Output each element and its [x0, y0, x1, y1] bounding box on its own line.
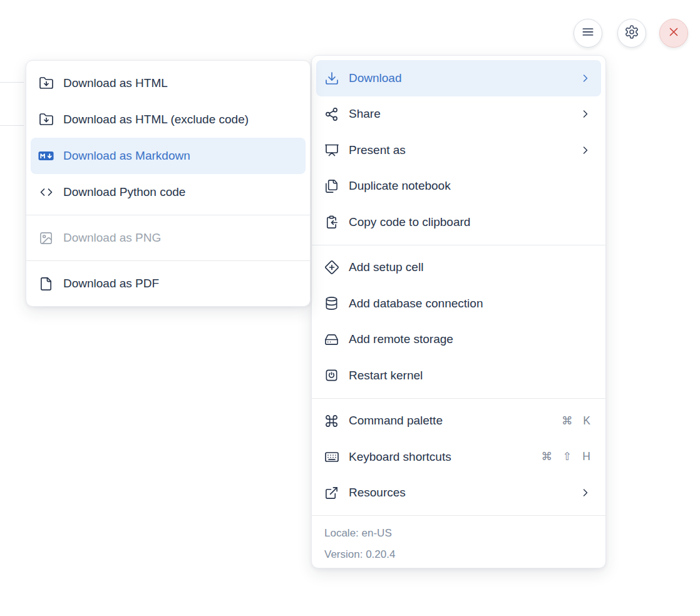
menu-item-label: Download: [349, 71, 402, 85]
image-icon: [38, 230, 54, 246]
menu-item-add-setup-cell[interactable]: Add setup cell: [316, 250, 601, 286]
notebook-menu-panel: Download Share Present as: [311, 55, 606, 568]
page-divider-line: [0, 125, 24, 126]
notebook-menu-button[interactable]: [574, 19, 602, 48]
menu-group: Command palette ⌘ K Keyboard shortcuts ⌘…: [312, 399, 605, 516]
chevron-right-icon: [579, 108, 592, 120]
menu-item-label: Duplicate notebook: [349, 179, 451, 193]
submenu-item-download-python-code[interactable]: Download Python code: [31, 174, 306, 210]
folder-down-icon: [38, 112, 54, 128]
menu-item-present-as[interactable]: Present as: [316, 132, 601, 168]
markdown-icon: [38, 148, 54, 164]
settings-button[interactable]: [617, 19, 646, 48]
close-icon: [666, 24, 681, 42]
menu-item-restart-kernel[interactable]: Restart kernel: [316, 357, 601, 394]
menu-item-add-database-connection[interactable]: Add database connection: [316, 285, 601, 322]
gear-icon: [624, 24, 639, 42]
menu-item-label: Download as HTML (exclude code): [63, 113, 249, 126]
menu-item-label: Download as PDF: [63, 277, 159, 290]
menu-group: Download as HTML Download as HTML (exclu…: [26, 61, 310, 215]
database-icon: [324, 295, 339, 311]
menu-item-label: Resources: [349, 486, 406, 500]
menu-footer: Locale: en-US Version: 0.20.4: [312, 516, 605, 565]
menu-item-label: Add remote storage: [349, 332, 453, 346]
menu-item-download[interactable]: Download: [316, 60, 601, 96]
share-icon: [324, 106, 339, 122]
menu-group: Download as PDF: [26, 261, 310, 306]
command-icon: [324, 413, 339, 429]
menu-item-label: Download as PNG: [63, 231, 161, 245]
download-submenu-panel: Download as HTML Download as HTML (exclu…: [26, 60, 311, 307]
hamburger-icon: [580, 24, 596, 43]
menu-item-label: Command palette: [349, 414, 443, 428]
menu-group: Download Share Present as: [312, 56, 605, 245]
chevron-right-icon: [579, 72, 592, 85]
download-icon: [324, 70, 339, 86]
menu-item-command-palette[interactable]: Command palette ⌘ K: [316, 403, 601, 439]
power-icon: [324, 367, 339, 383]
menu-group: Add setup cell Add database connection A…: [312, 245, 605, 398]
shortcut-hint: ⌘ K: [562, 414, 592, 428]
diamond-plus-icon: [324, 260, 339, 275]
submenu-item-download-pdf[interactable]: Download as PDF: [31, 265, 306, 302]
menu-item-label: Download as Markdown: [63, 149, 190, 163]
menu-item-label: Restart kernel: [349, 369, 423, 382]
chevron-right-icon: [579, 486, 592, 499]
menu-item-add-remote-storage[interactable]: Add remote storage: [316, 322, 601, 358]
presentation-icon: [324, 142, 339, 158]
files-icon: [324, 178, 339, 194]
folder-down-icon: [38, 76, 54, 91]
clipboard-arrow-icon: [324, 214, 339, 230]
menu-item-keyboard-shortcuts[interactable]: Keyboard shortcuts ⌘ ⇧ H: [316, 439, 601, 475]
menu-item-resources[interactable]: Resources: [316, 475, 601, 511]
menu-item-duplicate-notebook[interactable]: Duplicate notebook: [316, 168, 601, 205]
shutdown-button[interactable]: [659, 19, 688, 48]
submenu-item-download-html[interactable]: Download as HTML: [31, 65, 306, 101]
code-icon: [38, 185, 54, 200]
menu-item-label: Present as: [349, 143, 406, 157]
keyboard-icon: [324, 449, 339, 465]
file-icon: [38, 276, 54, 292]
hard-drive-icon: [324, 332, 339, 347]
menu-item-label: Download Python code: [63, 185, 185, 199]
chevron-right-icon: [579, 144, 592, 157]
menu-group: Download as PNG: [26, 215, 310, 260]
submenu-item-download-markdown[interactable]: Download as Markdown: [31, 138, 306, 174]
menu-item-label: Add setup cell: [349, 260, 423, 274]
menu-item-label: Download as HTML: [63, 76, 168, 90]
page-divider-line: [0, 82, 24, 83]
menu-item-share[interactable]: Share: [316, 96, 601, 133]
locale-text: Locale: en-US: [324, 523, 593, 544]
submenu-item-download-png[interactable]: Download as PNG: [31, 220, 306, 256]
menu-item-label: Add database connection: [349, 297, 483, 311]
shortcut-hint: ⌘ ⇧ H: [541, 450, 592, 463]
menu-item-copy-code[interactable]: Copy code to clipboard: [316, 204, 601, 240]
external-link-icon: [324, 485, 339, 501]
menu-item-label: Copy code to clipboard: [349, 215, 470, 229]
version-text: Version: 0.20.4: [324, 544, 593, 565]
menu-item-label: Share: [349, 107, 381, 121]
submenu-item-download-html-exclude-code[interactable]: Download as HTML (exclude code): [31, 101, 306, 138]
menu-item-label: Keyboard shortcuts: [349, 450, 451, 464]
